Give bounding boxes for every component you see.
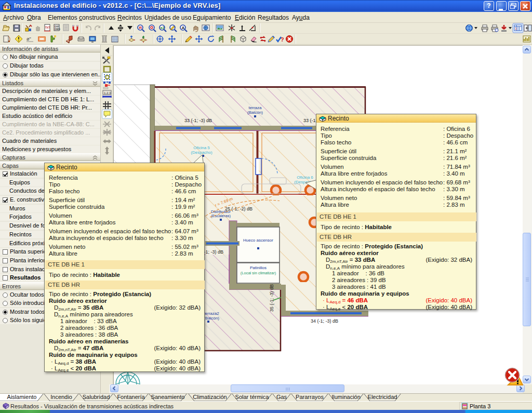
svg-text:DWG: DWG: [55, 28, 60, 31]
svg-text:(Local sin climatizar): (Local sin climatizar): [241, 271, 276, 275]
svg-text:?: ?: [281, 36, 284, 43]
svg-text:Salubridad: Salubridad: [83, 394, 110, 400]
svg-text:terraza: terraza: [249, 105, 262, 110]
svg-text:1.2.3: 1.2.3: [104, 91, 111, 95]
svg-text:TXT: TXT: [45, 26, 50, 29]
svg-text:Incendio: Incendio: [50, 394, 72, 400]
svg-text:ø": ø": [26, 36, 31, 42]
svg-text:Hueco ascensor: Hueco ascensor: [243, 238, 273, 243]
svg-text:Oficina 5: Oficina 5: [193, 145, 210, 150]
svg-text:Fontanería: Fontanería: [117, 394, 145, 400]
svg-text:R: R: [139, 25, 142, 30]
svg-text:Iluminación: Iluminación: [331, 394, 361, 400]
svg-text:Solar térmica: Solar térmica: [235, 394, 270, 400]
svg-text:Electricidad: Electricidad: [368, 394, 397, 400]
svg-text:A: A: [182, 25, 185, 30]
svg-text:x2: x2: [161, 26, 165, 30]
svg-text:Gas: Gas: [276, 394, 287, 400]
svg-text:Pararrayos: Pararrayos: [296, 394, 324, 400]
svg-text:(Balcón): (Balcón): [247, 110, 263, 115]
svg-text:Aislamiento: Aislamiento: [7, 394, 37, 400]
svg-text:33 (-1; -3) dB: 33 (-1; -3) dB: [184, 118, 212, 123]
svg-text:Saneamiento: Saneamiento: [151, 394, 185, 400]
svg-text:Climatización: Climatización: [193, 394, 227, 400]
svg-text:34 (-1; -3) dB: 34 (-1; -3) dB: [311, 318, 338, 324]
svg-text:35 (-1; -3) dB: 35 (-1; -3) dB: [269, 284, 274, 312]
svg-text:terraza2: terraza2: [204, 311, 219, 316]
svg-text:Patinillos: Patinillos: [250, 265, 267, 270]
svg-text:(Balcón): (Balcón): [204, 316, 219, 321]
